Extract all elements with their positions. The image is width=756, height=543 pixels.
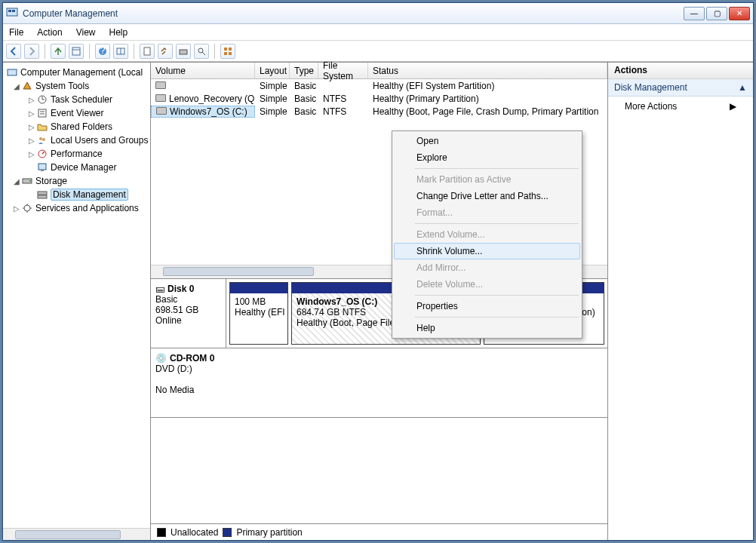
col-fs[interactable]: File System <box>318 63 368 78</box>
toolbar: ? <box>3 41 753 62</box>
tree-device-manager[interactable]: Device Manager <box>3 161 150 174</box>
drive-icon <box>156 107 167 115</box>
svg-rect-32 <box>38 192 47 195</box>
disk-header[interactable]: 🖴Disk 0 Basic 698.51 GB Online <box>151 279 226 348</box>
ctx-properties[interactable]: Properties <box>394 298 580 314</box>
svg-rect-1 <box>8 10 11 12</box>
forward-button[interactable] <box>24 44 39 59</box>
ctx-mark-active: Mark Partition as Active <box>394 171 580 188</box>
collapse-icon: ▲ <box>738 82 747 93</box>
ctx-delete: Delete Volume... <box>394 276 580 293</box>
partition-efi[interactable]: 100 MBHealthy (EFI <box>229 282 288 345</box>
disk-icon: 🖴 <box>155 284 164 294</box>
menu-action[interactable]: Action <box>37 27 62 38</box>
svg-rect-29 <box>41 170 44 171</box>
window-title: Computer Management <box>23 8 682 19</box>
svg-rect-2 <box>12 10 15 12</box>
cdrom-icon: 💿 <box>155 353 167 364</box>
svg-rect-13 <box>224 48 227 51</box>
menu-view[interactable]: View <box>76 27 96 38</box>
svg-point-25 <box>42 138 45 141</box>
svg-rect-33 <box>38 195 47 198</box>
tree-event-viewer[interactable]: ▷Event Viewer <box>3 106 150 120</box>
svg-text:?: ? <box>100 46 106 56</box>
svg-rect-15 <box>224 52 227 55</box>
ctx-change-letter[interactable]: Change Drive Letter and Paths... <box>394 188 580 204</box>
actions-section[interactable]: Disk Management▲ <box>608 79 753 97</box>
tool-4[interactable] <box>194 44 209 59</box>
tool-5[interactable] <box>220 44 235 59</box>
legend-unallocated-label: Unallocated <box>171 527 218 538</box>
tree-pane: Computer Management (Local ◢System Tools… <box>3 63 151 540</box>
volume-header: Volume Layout Type File System Status <box>151 63 607 79</box>
ctx-mirror: Add Mirror... <box>394 259 580 276</box>
drive-icon <box>155 94 166 102</box>
app-icon <box>6 6 18 20</box>
volume-row[interactable]: Lenovo_Recovery (Q:) Simple Basic NTFS H… <box>151 92 607 105</box>
tree-task-scheduler[interactable]: ▷Task Scheduler <box>3 93 150 106</box>
chevron-right-icon: ▶ <box>730 101 736 112</box>
tree-services-apps[interactable]: ▷Services and Applications <box>3 201 150 215</box>
up-button[interactable] <box>51 44 66 59</box>
tree-users-groups[interactable]: ▷Local Users and Groups <box>3 133 150 147</box>
tree-disk-management[interactable]: Disk Management <box>3 188 150 201</box>
legend-unallocated-swatch <box>157 528 166 537</box>
col-volume[interactable]: Volume <box>151 63 255 78</box>
tree-systools[interactable]: ◢System Tools <box>3 79 150 93</box>
menu-help[interactable]: Help <box>109 27 128 38</box>
tool-2[interactable] <box>158 44 173 59</box>
maximize-button[interactable]: ▢ <box>706 7 727 20</box>
legend-primary-label: Primary partition <box>236 527 302 538</box>
ctx-extend: Extend Volume... <box>394 226 580 243</box>
ctx-help[interactable]: Help <box>394 320 580 336</box>
ctx-shrink[interactable]: Shrink Volume... <box>394 243 580 259</box>
actions-header: Actions <box>608 63 753 79</box>
tree-scrollbar[interactable] <box>3 528 150 540</box>
close-button[interactable]: ✕ <box>729 7 750 20</box>
ctx-explore[interactable]: Explore <box>394 149 580 166</box>
actions-more[interactable]: More Actions▶ <box>608 97 753 116</box>
disk-row-cdrom: 💿CD-ROM 0 DVD (D:) No Media <box>151 348 607 418</box>
svg-rect-17 <box>8 69 17 75</box>
svg-point-34 <box>24 205 30 211</box>
tree-performance[interactable]: ▷Performance <box>3 147 150 161</box>
ctx-open[interactable]: Open <box>394 133 580 149</box>
svg-point-31 <box>29 180 31 182</box>
help-button[interactable]: ? <box>95 44 110 59</box>
svg-point-24 <box>39 137 42 140</box>
properties-button[interactable] <box>69 44 84 59</box>
actions-pane: Actions Disk Management▲ More Actions▶ <box>608 63 753 540</box>
back-button[interactable] <box>6 44 21 59</box>
svg-rect-14 <box>229 48 232 51</box>
cdrom-header[interactable]: 💿CD-ROM 0 DVD (D:) No Media <box>151 348 226 417</box>
col-status[interactable]: Status <box>368 63 607 78</box>
tool-3[interactable] <box>176 44 191 59</box>
svg-line-12 <box>202 52 205 55</box>
col-layout[interactable]: Layout <box>255 63 290 78</box>
tree-storage[interactable]: ◢Storage <box>3 174 150 188</box>
volume-row-selected[interactable]: Windows7_OS (C:) Simple Basic NTFS Healt… <box>151 105 607 118</box>
menubar: File Action View Help <box>3 24 753 41</box>
legend: Unallocated Primary partition <box>151 523 607 540</box>
svg-rect-3 <box>72 48 80 55</box>
svg-rect-21 <box>38 109 46 117</box>
legend-primary-swatch <box>223 528 232 537</box>
tree-shared-folders[interactable]: ▷Shared Folders <box>3 120 150 133</box>
volume-row[interactable]: Simple Basic Healthy (EFI System Partiti… <box>151 79 607 92</box>
view-button[interactable] <box>113 44 128 59</box>
drive-icon <box>155 81 166 89</box>
svg-rect-9 <box>144 48 150 55</box>
svg-rect-28 <box>38 164 46 170</box>
svg-rect-16 <box>229 52 232 55</box>
computer-management-window: Computer Management — ▢ ✕ File Action Vi… <box>2 2 754 541</box>
ctx-format: Format... <box>394 204 580 221</box>
tool-1[interactable] <box>140 44 155 59</box>
minimize-button[interactable]: — <box>684 7 705 20</box>
svg-rect-10 <box>180 50 187 54</box>
menu-file[interactable]: File <box>9 27 23 38</box>
tree-root[interactable]: Computer Management (Local <box>3 66 150 79</box>
col-type[interactable]: Type <box>290 63 318 78</box>
titlebar[interactable]: Computer Management — ▢ ✕ <box>3 3 753 24</box>
context-menu: Open Explore Mark Partition as Active Ch… <box>392 130 582 339</box>
